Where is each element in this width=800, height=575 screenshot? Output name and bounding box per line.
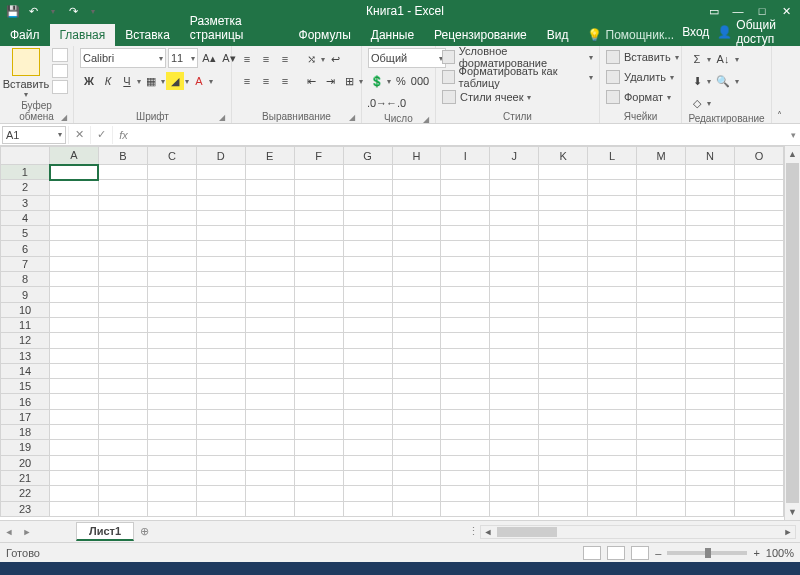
font-size-combo[interactable]: 11▾ xyxy=(168,48,198,68)
sort-dropdown[interactable]: ▾ xyxy=(735,55,739,64)
cell[interactable] xyxy=(588,455,637,470)
cell[interactable] xyxy=(196,455,245,470)
cell[interactable] xyxy=(734,195,783,210)
horizontal-scrollbar[interactable]: ◄ ► xyxy=(480,525,796,539)
cell[interactable] xyxy=(539,333,588,348)
cell[interactable] xyxy=(685,165,734,180)
align-right-icon[interactable]: ≡ xyxy=(276,72,294,90)
cell[interactable] xyxy=(245,409,294,424)
cell[interactable] xyxy=(294,226,343,241)
signin-link[interactable]: Вход xyxy=(682,25,709,39)
decrease-decimal-icon[interactable]: ←.0 xyxy=(387,94,405,112)
cell[interactable] xyxy=(343,394,392,409)
cell[interactable] xyxy=(734,455,783,470)
cell[interactable] xyxy=(245,302,294,317)
cell[interactable] xyxy=(685,409,734,424)
cell[interactable] xyxy=(343,409,392,424)
cell[interactable] xyxy=(196,348,245,363)
insert-cells-button[interactable]: Вставить▾ xyxy=(606,48,679,66)
cell[interactable] xyxy=(392,180,441,195)
cell[interactable] xyxy=(50,425,99,440)
cell[interactable] xyxy=(147,363,196,378)
cell[interactable] xyxy=(245,440,294,455)
cell[interactable] xyxy=(196,272,245,287)
row-header[interactable]: 7 xyxy=(1,256,50,271)
cell[interactable] xyxy=(490,287,539,302)
cell[interactable] xyxy=(636,241,685,256)
fill-dropdown[interactable]: ▾ xyxy=(185,77,189,86)
cell[interactable] xyxy=(196,210,245,225)
cell[interactable] xyxy=(196,409,245,424)
col-header[interactable]: M xyxy=(636,147,685,165)
cell[interactable] xyxy=(245,226,294,241)
cell[interactable] xyxy=(392,363,441,378)
fill-color-icon[interactable]: ◢ xyxy=(166,72,184,90)
cell[interactable] xyxy=(196,180,245,195)
cell[interactable] xyxy=(636,210,685,225)
cell[interactable] xyxy=(50,226,99,241)
number-format-combo[interactable]: Общий▾ xyxy=(368,48,446,68)
page-break-view-icon[interactable] xyxy=(631,546,649,560)
cell[interactable] xyxy=(50,455,99,470)
cell[interactable] xyxy=(441,180,490,195)
cell[interactable] xyxy=(734,287,783,302)
cell[interactable] xyxy=(196,333,245,348)
tab-formulas[interactable]: Формулы xyxy=(289,24,361,46)
cell[interactable] xyxy=(490,272,539,287)
align-middle-icon[interactable]: ≡ xyxy=(257,50,275,68)
cell[interactable] xyxy=(196,195,245,210)
cell[interactable] xyxy=(50,210,99,225)
cell[interactable] xyxy=(588,333,637,348)
cell[interactable] xyxy=(196,241,245,256)
cell[interactable] xyxy=(147,379,196,394)
expand-formula-bar-icon[interactable]: ▾ xyxy=(786,130,800,140)
cell[interactable] xyxy=(636,272,685,287)
cell[interactable] xyxy=(196,226,245,241)
cell[interactable] xyxy=(441,256,490,271)
cell[interactable] xyxy=(441,470,490,485)
row-header[interactable]: 4 xyxy=(1,210,50,225)
italic-button[interactable]: К xyxy=(99,72,117,90)
cell[interactable] xyxy=(196,363,245,378)
cell[interactable] xyxy=(50,333,99,348)
font-color-icon[interactable]: A xyxy=(190,72,208,90)
cell[interactable] xyxy=(392,348,441,363)
cell[interactable] xyxy=(196,379,245,394)
increase-indent-icon[interactable]: ⇥ xyxy=(321,72,339,90)
cell[interactable] xyxy=(245,210,294,225)
cell[interactable] xyxy=(636,302,685,317)
tab-review[interactable]: Рецензирование xyxy=(424,24,537,46)
cell[interactable] xyxy=(98,241,147,256)
spreadsheet-grid[interactable]: ABCDEFGHIJKLMNO1234567891011121314151617… xyxy=(0,146,784,517)
cell[interactable] xyxy=(636,348,685,363)
comma-icon[interactable]: 000 xyxy=(411,72,429,90)
cell[interactable] xyxy=(343,241,392,256)
cell[interactable] xyxy=(50,379,99,394)
row-header[interactable]: 3 xyxy=(1,195,50,210)
cell[interactable] xyxy=(734,180,783,195)
increase-decimal-icon[interactable]: .0→ xyxy=(368,94,386,112)
cell[interactable] xyxy=(539,486,588,501)
cell[interactable] xyxy=(196,302,245,317)
cell[interactable] xyxy=(441,409,490,424)
cell[interactable] xyxy=(734,302,783,317)
row-header[interactable]: 22 xyxy=(1,486,50,501)
format-cells-button[interactable]: Формат▾ xyxy=(606,88,671,106)
cell[interactable] xyxy=(685,226,734,241)
cell[interactable] xyxy=(685,317,734,332)
sheet-nav-prev-icon[interactable]: ◄ xyxy=(0,527,18,537)
cell[interactable] xyxy=(392,195,441,210)
row-header[interactable]: 14 xyxy=(1,363,50,378)
cell[interactable] xyxy=(490,455,539,470)
cell[interactable] xyxy=(343,333,392,348)
row-header[interactable]: 1 xyxy=(1,165,50,180)
cell[interactable] xyxy=(734,226,783,241)
cell[interactable] xyxy=(294,486,343,501)
cell[interactable] xyxy=(294,317,343,332)
cell[interactable] xyxy=(734,486,783,501)
cell[interactable] xyxy=(539,440,588,455)
col-header[interactable]: C xyxy=(147,147,196,165)
cell[interactable] xyxy=(392,272,441,287)
cell[interactable] xyxy=(147,272,196,287)
tab-insert[interactable]: Вставка xyxy=(115,24,180,46)
